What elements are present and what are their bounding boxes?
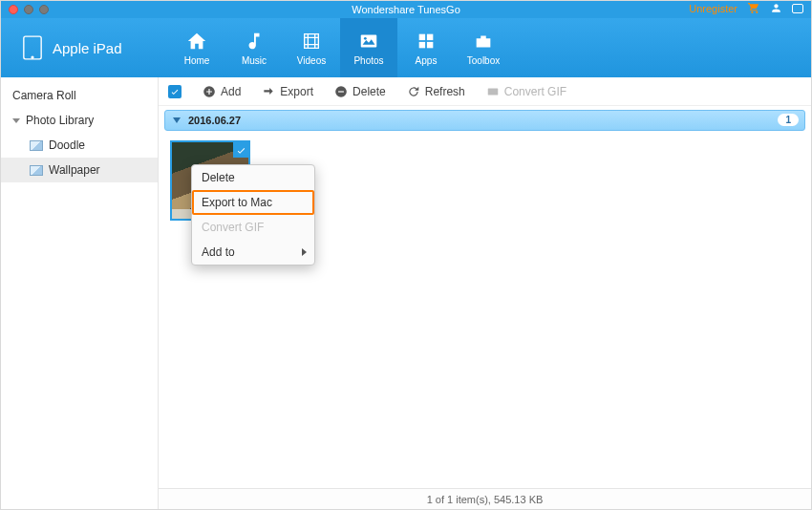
context-delete-label: Delete: [202, 171, 235, 184]
context-convert-gif: Convert GIF: [192, 215, 314, 240]
export-icon: [262, 85, 275, 98]
toolbar: Add Export Delete Refresh Convert GIF: [159, 77, 811, 106]
svg-rect-2: [24, 36, 41, 59]
device-name: Apple iPad: [53, 40, 122, 56]
check-icon: [170, 87, 180, 96]
disclosure-triangle-icon: [12, 118, 20, 123]
nav-music-label: Music: [242, 55, 267, 66]
add-label: Add: [221, 85, 241, 98]
apps-icon: [415, 31, 438, 52]
date-group-label: 2016.06.27: [188, 115, 241, 126]
refresh-icon: [407, 85, 420, 98]
sidebar-camera-roll[interactable]: Camera Roll: [1, 83, 158, 108]
context-convert-gif-label: Convert GIF: [202, 221, 264, 234]
check-icon: [236, 145, 246, 156]
body: Camera Roll Photo Library Doodle Wallpap…: [1, 77, 811, 509]
unregister-link[interactable]: Unregister: [689, 3, 737, 14]
add-button[interactable]: Add: [203, 85, 241, 98]
svg-rect-4: [361, 34, 377, 47]
refresh-button[interactable]: Refresh: [407, 85, 465, 98]
submenu-arrow-icon: [302, 248, 307, 256]
home-icon: [185, 31, 208, 52]
export-button[interactable]: Export: [262, 85, 313, 98]
main-nav: Apple iPad Home Music Videos Photos Apps…: [1, 18, 811, 77]
album-icon: [30, 165, 43, 176]
svg-point-0: [751, 11, 753, 13]
nav-videos-label: Videos: [297, 55, 326, 66]
user-icon[interactable]: [770, 2, 782, 14]
sidebar-camera-roll-label: Camera Roll: [12, 89, 76, 102]
nav-apps-label: Apps: [416, 55, 438, 66]
svg-point-3: [32, 56, 33, 58]
svg-rect-9: [427, 41, 433, 47]
nav-apps[interactable]: Apps: [397, 18, 455, 77]
title-bar: Wondershare TunesGo Unregister: [1, 1, 811, 18]
svg-rect-13: [488, 88, 499, 95]
ipad-icon: [22, 34, 43, 61]
album-icon: [30, 140, 43, 151]
context-menu: Delete Export to Mac Convert GIF Add to: [191, 164, 315, 266]
sidebar-item-label: Doodle: [49, 138, 85, 152]
nav-home-label: Home: [184, 55, 210, 66]
videos-icon: [300, 31, 323, 52]
cart-icon[interactable]: [747, 2, 760, 14]
context-export-to-mac[interactable]: Export to Mac: [192, 190, 314, 215]
delete-button[interactable]: Delete: [334, 85, 386, 98]
app-window: Wondershare TunesGo Unregister Apple iPa…: [0, 0, 812, 510]
select-all-checkbox[interactable]: [168, 85, 182, 98]
content: Add Export Delete Refresh Convert GIF: [159, 77, 811, 509]
svg-rect-6: [419, 33, 425, 39]
export-label: Export: [280, 85, 313, 98]
sidebar: Camera Roll Photo Library Doodle Wallpap…: [1, 77, 159, 509]
convert-gif-button[interactable]: Convert GIF: [486, 85, 566, 98]
nav-videos[interactable]: Videos: [283, 18, 340, 77]
collapse-triangle-icon: [173, 117, 181, 123]
thumbnail-checkbox[interactable]: [233, 142, 248, 158]
delete-label: Delete: [353, 85, 386, 98]
refresh-label: Refresh: [425, 85, 465, 98]
nav-home[interactable]: Home: [168, 18, 225, 77]
group-count-badge: 1: [778, 114, 799, 126]
nav-photos-label: Photos: [353, 55, 383, 66]
date-group-header[interactable]: 2016.06.27 1: [164, 110, 805, 131]
sidebar-item-wallpaper[interactable]: Wallpaper: [1, 158, 158, 182]
context-export-label: Export to Mac: [202, 196, 272, 209]
svg-point-5: [364, 36, 367, 39]
gif-icon: [486, 85, 500, 98]
svg-rect-12: [338, 91, 344, 92]
convert-gif-label: Convert GIF: [504, 85, 566, 98]
svg-rect-7: [427, 33, 433, 39]
svg-point-1: [756, 11, 758, 13]
context-add-to[interactable]: Add to: [192, 240, 314, 265]
sidebar-photo-library[interactable]: Photo Library: [1, 108, 158, 133]
sidebar-item-label: Wallpaper: [49, 163, 100, 177]
nav-toolbox-label: Toolbox: [467, 55, 500, 66]
toolbox-icon: [472, 31, 495, 52]
plus-circle-icon: [203, 85, 216, 98]
music-icon: [243, 31, 266, 52]
sidebar-item-doodle[interactable]: Doodle: [1, 133, 158, 158]
photos-icon: [357, 31, 380, 52]
title-right: Unregister: [689, 2, 803, 14]
status-bar: 1 of 1 item(s), 545.13 KB: [159, 488, 811, 509]
context-add-to-label: Add to: [202, 245, 235, 259]
sidebar-photo-library-label: Photo Library: [26, 114, 94, 127]
nav-toolbox[interactable]: Toolbox: [455, 18, 512, 77]
minus-circle-icon: [334, 85, 348, 98]
nav-photos[interactable]: Photos: [340, 18, 397, 77]
context-delete[interactable]: Delete: [192, 165, 314, 190]
nav-music[interactable]: Music: [225, 18, 283, 77]
device-selector[interactable]: Apple iPad: [1, 18, 168, 77]
feedback-icon[interactable]: [792, 4, 803, 13]
svg-rect-8: [419, 41, 425, 47]
